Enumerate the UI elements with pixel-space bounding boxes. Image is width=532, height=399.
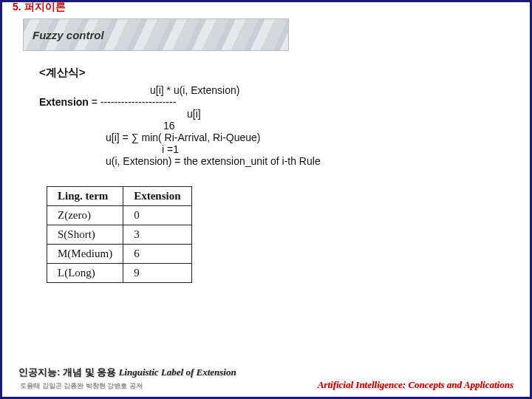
footer-left-sub: 도용태 김일곤 김종완 박창현 강병호 공저 [20, 382, 143, 389]
subtitle-text: Fuzzy control [33, 29, 104, 41]
footer-left-kr: 인공지능: 개념 및 응용 [18, 366, 116, 378]
cell-term: M(Medium) [47, 245, 123, 264]
formula-sum-upper: 16 [39, 120, 500, 132]
formula-sum-expr: u[i] = ∑ min( Ri-Arrival, Ri-Queue) [39, 132, 500, 143]
cell-ext: 6 [123, 245, 191, 264]
footer-left: 인공지능: 개념 및 응용 Linguistic Label of Extens… [18, 366, 236, 391]
formula-denominator: u[i] [39, 108, 500, 120]
formula-fraction-line: Extension = ---------------------- [39, 96, 500, 108]
calc-title: <계산식> [39, 66, 500, 80]
table-header-row: Ling. term Extension [47, 187, 192, 206]
formula-sum-lower: i =1 [39, 143, 500, 155]
content-area: <계산식> u[i] * u(i, Extension) Extension =… [2, 51, 530, 283]
cell-term: L(Long) [47, 264, 123, 283]
table-row: M(Medium) 6 [47, 245, 192, 264]
cell-ext: 9 [123, 264, 191, 283]
table-row: S(Short) 3 [47, 225, 192, 245]
extension-label: Extension [39, 96, 89, 108]
col-header-ling-term: Ling. term [47, 187, 123, 206]
extension-table: Ling. term Extension Z(zero) 0 S(Short) … [47, 186, 192, 283]
footer: 인공지능: 개념 및 응용 Linguistic Label of Extens… [2, 366, 530, 391]
footer-left-en: Linguistic Label of Extension [118, 366, 236, 378]
cell-ext: 3 [123, 225, 191, 245]
cell-ext: 0 [123, 206, 191, 225]
formula-definition: u(i, Extension) = the extension_unit of … [39, 155, 500, 167]
cell-term: S(Short) [47, 225, 123, 245]
formula-dashes: = ---------------------- [89, 96, 177, 108]
table-row: Z(zero) 0 [47, 206, 192, 225]
formula-numerator: u[i] * u(i, Extension) [39, 84, 500, 96]
subtitle-banner: Fuzzy control [23, 18, 289, 51]
table-row: L(Long) 9 [47, 264, 192, 283]
cell-term: Z(zero) [47, 206, 123, 225]
chapter-header: 5. 퍼지이론 [10, 1, 69, 14]
col-header-extension: Extension [123, 187, 191, 206]
footer-right: Artificial Intelligence: Concepts and Ap… [318, 379, 514, 391]
